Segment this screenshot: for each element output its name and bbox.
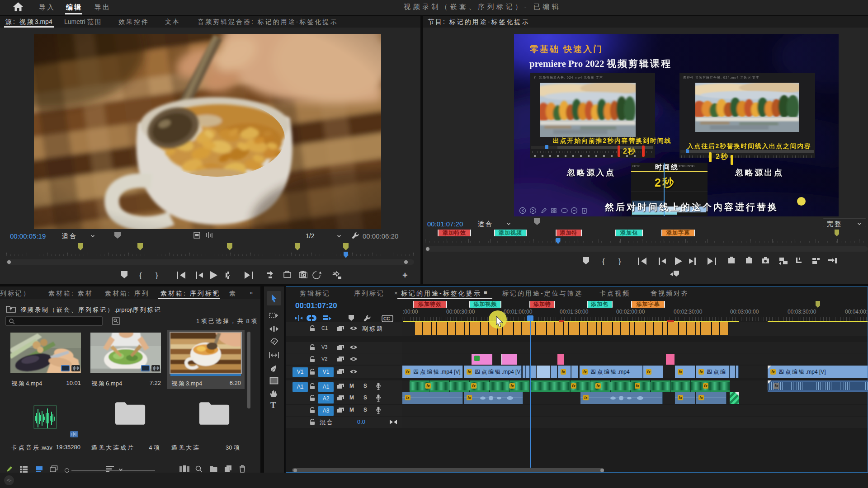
svg-text:}: } xyxy=(156,271,158,280)
svg-text:CC: CC xyxy=(383,316,390,321)
svg-text:{: { xyxy=(139,271,142,280)
svg-text:{: { xyxy=(602,257,605,266)
svg-text:}: } xyxy=(618,257,621,266)
